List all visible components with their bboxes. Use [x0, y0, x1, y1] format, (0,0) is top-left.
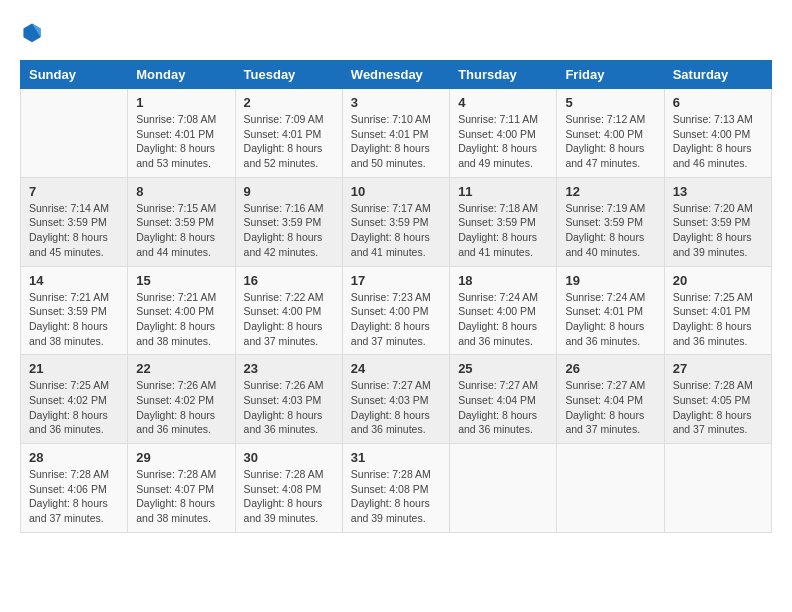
day-info: Sunrise: 7:26 AMSunset: 4:02 PMDaylight:… [136, 378, 226, 437]
calendar-cell: 2Sunrise: 7:09 AMSunset: 4:01 PMDaylight… [235, 89, 342, 178]
day-number: 11 [458, 184, 548, 199]
weekday-header: Monday [128, 61, 235, 89]
weekday-header: Sunday [21, 61, 128, 89]
day-info: Sunrise: 7:28 AMSunset: 4:05 PMDaylight:… [673, 378, 763, 437]
day-info: Sunrise: 7:14 AMSunset: 3:59 PMDaylight:… [29, 201, 119, 260]
day-number: 10 [351, 184, 441, 199]
calendar-cell: 14Sunrise: 7:21 AMSunset: 3:59 PMDayligh… [21, 266, 128, 355]
day-info: Sunrise: 7:19 AMSunset: 3:59 PMDaylight:… [565, 201, 655, 260]
calendar-cell: 19Sunrise: 7:24 AMSunset: 4:01 PMDayligh… [557, 266, 664, 355]
day-number: 28 [29, 450, 119, 465]
calendar-cell [450, 444, 557, 533]
day-number: 4 [458, 95, 548, 110]
calendar-cell: 10Sunrise: 7:17 AMSunset: 3:59 PMDayligh… [342, 177, 449, 266]
day-number: 9 [244, 184, 334, 199]
day-number: 2 [244, 95, 334, 110]
day-number: 30 [244, 450, 334, 465]
calendar-header-row: SundayMondayTuesdayWednesdayThursdayFrid… [21, 61, 772, 89]
calendar-week-row: 7Sunrise: 7:14 AMSunset: 3:59 PMDaylight… [21, 177, 772, 266]
calendar-week-row: 1Sunrise: 7:08 AMSunset: 4:01 PMDaylight… [21, 89, 772, 178]
weekday-header: Saturday [664, 61, 771, 89]
calendar-cell: 8Sunrise: 7:15 AMSunset: 3:59 PMDaylight… [128, 177, 235, 266]
calendar-cell: 28Sunrise: 7:28 AMSunset: 4:06 PMDayligh… [21, 444, 128, 533]
day-info: Sunrise: 7:24 AMSunset: 4:00 PMDaylight:… [458, 290, 548, 349]
day-number: 19 [565, 273, 655, 288]
day-info: Sunrise: 7:12 AMSunset: 4:00 PMDaylight:… [565, 112, 655, 171]
weekday-header: Friday [557, 61, 664, 89]
day-info: Sunrise: 7:23 AMSunset: 4:00 PMDaylight:… [351, 290, 441, 349]
day-info: Sunrise: 7:20 AMSunset: 3:59 PMDaylight:… [673, 201, 763, 260]
calendar-cell: 7Sunrise: 7:14 AMSunset: 3:59 PMDaylight… [21, 177, 128, 266]
calendar-cell: 22Sunrise: 7:26 AMSunset: 4:02 PMDayligh… [128, 355, 235, 444]
calendar-table: SundayMondayTuesdayWednesdayThursdayFrid… [20, 60, 772, 533]
calendar-cell: 16Sunrise: 7:22 AMSunset: 4:00 PMDayligh… [235, 266, 342, 355]
day-info: Sunrise: 7:25 AMSunset: 4:02 PMDaylight:… [29, 378, 119, 437]
calendar-cell: 12Sunrise: 7:19 AMSunset: 3:59 PMDayligh… [557, 177, 664, 266]
weekday-header: Thursday [450, 61, 557, 89]
logo-icon [20, 20, 44, 44]
day-number: 21 [29, 361, 119, 376]
day-info: Sunrise: 7:27 AMSunset: 4:04 PMDaylight:… [565, 378, 655, 437]
day-info: Sunrise: 7:09 AMSunset: 4:01 PMDaylight:… [244, 112, 334, 171]
day-number: 31 [351, 450, 441, 465]
calendar-cell [664, 444, 771, 533]
day-number: 18 [458, 273, 548, 288]
calendar-cell: 30Sunrise: 7:28 AMSunset: 4:08 PMDayligh… [235, 444, 342, 533]
day-info: Sunrise: 7:24 AMSunset: 4:01 PMDaylight:… [565, 290, 655, 349]
calendar-cell: 3Sunrise: 7:10 AMSunset: 4:01 PMDaylight… [342, 89, 449, 178]
day-info: Sunrise: 7:28 AMSunset: 4:08 PMDaylight:… [351, 467, 441, 526]
calendar-cell [21, 89, 128, 178]
calendar-week-row: 14Sunrise: 7:21 AMSunset: 3:59 PMDayligh… [21, 266, 772, 355]
calendar-cell: 21Sunrise: 7:25 AMSunset: 4:02 PMDayligh… [21, 355, 128, 444]
day-number: 26 [565, 361, 655, 376]
calendar-week-row: 21Sunrise: 7:25 AMSunset: 4:02 PMDayligh… [21, 355, 772, 444]
day-info: Sunrise: 7:26 AMSunset: 4:03 PMDaylight:… [244, 378, 334, 437]
day-number: 16 [244, 273, 334, 288]
day-info: Sunrise: 7:08 AMSunset: 4:01 PMDaylight:… [136, 112, 226, 171]
calendar-cell: 9Sunrise: 7:16 AMSunset: 3:59 PMDaylight… [235, 177, 342, 266]
day-number: 3 [351, 95, 441, 110]
day-info: Sunrise: 7:27 AMSunset: 4:04 PMDaylight:… [458, 378, 548, 437]
day-number: 24 [351, 361, 441, 376]
day-number: 6 [673, 95, 763, 110]
weekday-header: Wednesday [342, 61, 449, 89]
day-info: Sunrise: 7:13 AMSunset: 4:00 PMDaylight:… [673, 112, 763, 171]
day-number: 22 [136, 361, 226, 376]
day-info: Sunrise: 7:17 AMSunset: 3:59 PMDaylight:… [351, 201, 441, 260]
calendar-cell: 25Sunrise: 7:27 AMSunset: 4:04 PMDayligh… [450, 355, 557, 444]
day-info: Sunrise: 7:11 AMSunset: 4:00 PMDaylight:… [458, 112, 548, 171]
day-number: 27 [673, 361, 763, 376]
day-number: 8 [136, 184, 226, 199]
calendar-week-row: 28Sunrise: 7:28 AMSunset: 4:06 PMDayligh… [21, 444, 772, 533]
calendar-cell [557, 444, 664, 533]
calendar-cell: 1Sunrise: 7:08 AMSunset: 4:01 PMDaylight… [128, 89, 235, 178]
calendar-cell: 24Sunrise: 7:27 AMSunset: 4:03 PMDayligh… [342, 355, 449, 444]
calendar-cell: 29Sunrise: 7:28 AMSunset: 4:07 PMDayligh… [128, 444, 235, 533]
day-info: Sunrise: 7:22 AMSunset: 4:00 PMDaylight:… [244, 290, 334, 349]
calendar-cell: 26Sunrise: 7:27 AMSunset: 4:04 PMDayligh… [557, 355, 664, 444]
calendar-cell: 20Sunrise: 7:25 AMSunset: 4:01 PMDayligh… [664, 266, 771, 355]
day-info: Sunrise: 7:27 AMSunset: 4:03 PMDaylight:… [351, 378, 441, 437]
calendar-cell: 31Sunrise: 7:28 AMSunset: 4:08 PMDayligh… [342, 444, 449, 533]
day-number: 13 [673, 184, 763, 199]
day-info: Sunrise: 7:21 AMSunset: 4:00 PMDaylight:… [136, 290, 226, 349]
day-number: 25 [458, 361, 548, 376]
day-info: Sunrise: 7:10 AMSunset: 4:01 PMDaylight:… [351, 112, 441, 171]
calendar-cell: 15Sunrise: 7:21 AMSunset: 4:00 PMDayligh… [128, 266, 235, 355]
weekday-header: Tuesday [235, 61, 342, 89]
day-number: 23 [244, 361, 334, 376]
day-number: 1 [136, 95, 226, 110]
day-info: Sunrise: 7:16 AMSunset: 3:59 PMDaylight:… [244, 201, 334, 260]
day-info: Sunrise: 7:21 AMSunset: 3:59 PMDaylight:… [29, 290, 119, 349]
day-number: 5 [565, 95, 655, 110]
calendar-cell: 18Sunrise: 7:24 AMSunset: 4:00 PMDayligh… [450, 266, 557, 355]
day-info: Sunrise: 7:28 AMSunset: 4:06 PMDaylight:… [29, 467, 119, 526]
day-info: Sunrise: 7:28 AMSunset: 4:07 PMDaylight:… [136, 467, 226, 526]
calendar-cell: 23Sunrise: 7:26 AMSunset: 4:03 PMDayligh… [235, 355, 342, 444]
calendar-cell: 13Sunrise: 7:20 AMSunset: 3:59 PMDayligh… [664, 177, 771, 266]
logo [20, 20, 48, 44]
day-number: 20 [673, 273, 763, 288]
calendar-cell: 5Sunrise: 7:12 AMSunset: 4:00 PMDaylight… [557, 89, 664, 178]
calendar-cell: 11Sunrise: 7:18 AMSunset: 3:59 PMDayligh… [450, 177, 557, 266]
day-number: 17 [351, 273, 441, 288]
